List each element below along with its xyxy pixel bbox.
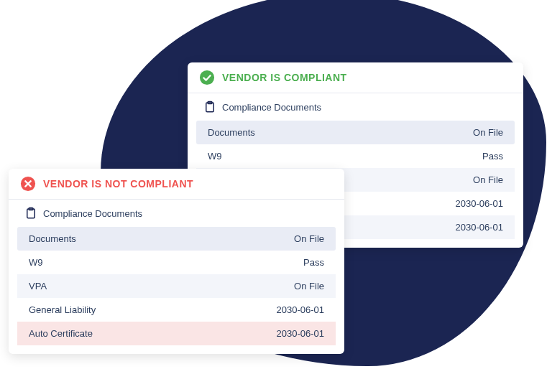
clipboard-icon: [24, 207, 37, 220]
header-label: Documents: [208, 127, 255, 138]
status-text: VENDOR IS NOT COMPLIANT: [43, 178, 193, 190]
row-value: 2030-06-01: [277, 304, 325, 315]
row-label: W9: [29, 257, 43, 268]
header-value: On File: [294, 233, 324, 244]
row-label: W9: [208, 151, 222, 162]
section-header: Compliance Documents: [188, 93, 523, 121]
svg-point-0: [200, 70, 214, 85]
row-value: Pass: [482, 151, 503, 162]
row-value: On File: [473, 174, 503, 185]
rows-container: Documents On File W9 Pass VPA On File Ge…: [9, 227, 344, 354]
row-label: VPA: [29, 281, 47, 291]
status-bar-noncompliant: VENDOR IS NOT COMPLIANT: [9, 169, 344, 200]
clipboard-icon: [203, 101, 216, 113]
section-title: Compliance Documents: [222, 102, 321, 113]
row-value: 2030-06-01: [456, 222, 504, 233]
row-value: Pass: [303, 257, 324, 268]
header-label: Documents: [29, 233, 76, 244]
table-row: VPA On File: [17, 274, 336, 298]
table-row: W9 Pass: [196, 144, 515, 168]
section-title: Compliance Documents: [43, 208, 142, 219]
row-label: General Liability: [29, 304, 96, 315]
table-row: W9 Pass: [17, 251, 336, 274]
header-value: On File: [473, 127, 503, 138]
table-header-row: Documents On File: [196, 121, 515, 144]
table-row: General Liability 2030-06-01: [17, 298, 336, 322]
row-value: 2030-06-01: [456, 198, 504, 209]
row-label: Auto Certificate: [29, 328, 93, 339]
noncompliant-card: VENDOR IS NOT COMPLIANT Compliance Docum…: [9, 169, 344, 354]
status-text: VENDOR IS COMPLIANT: [222, 72, 347, 83]
table-header-row: Documents On File: [17, 227, 336, 251]
x-circle-icon: [20, 176, 36, 192]
row-value: On File: [294, 281, 324, 291]
table-row-highlighted: Auto Certificate 2030-06-01: [17, 322, 336, 345]
check-circle-icon: [199, 70, 215, 85]
section-header: Compliance Documents: [9, 200, 344, 227]
row-value: 2030-06-01: [277, 328, 325, 339]
status-bar-compliant: VENDOR IS COMPLIANT: [188, 62, 523, 93]
